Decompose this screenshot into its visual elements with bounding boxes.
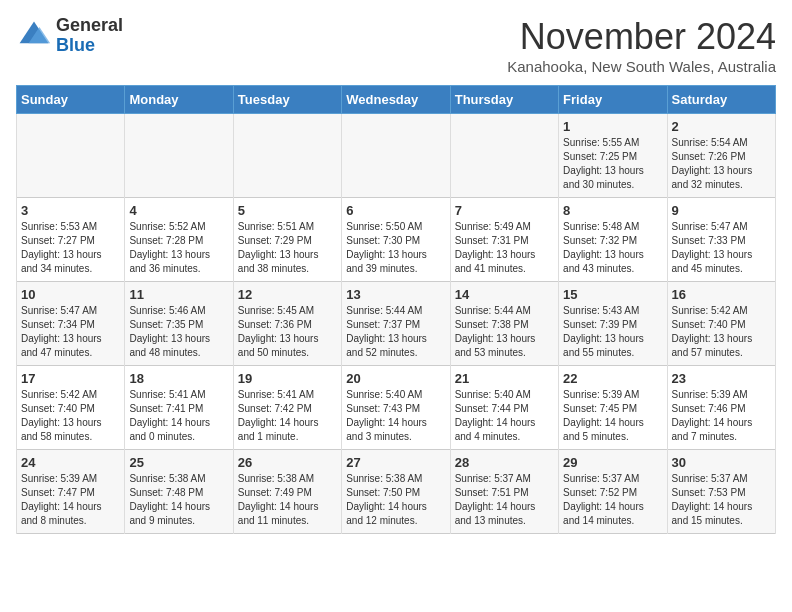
table-row: 26Sunrise: 5:38 AMSunset: 7:49 PMDayligh… [233, 450, 341, 534]
day-number: 17 [21, 371, 120, 386]
day-number: 15 [563, 287, 662, 302]
logo-text: General Blue [56, 16, 123, 56]
table-row [450, 114, 558, 198]
table-row: 14Sunrise: 5:44 AMSunset: 7:38 PMDayligh… [450, 282, 558, 366]
title-area: November 2024 Kanahooka, New South Wales… [507, 16, 776, 75]
calendar-body: 1Sunrise: 5:55 AMSunset: 7:25 PMDaylight… [17, 114, 776, 534]
header-area: General Blue November 2024 Kanahooka, Ne… [16, 16, 776, 75]
table-row: 29Sunrise: 5:37 AMSunset: 7:52 PMDayligh… [559, 450, 667, 534]
calendar-table: SundayMondayTuesdayWednesdayThursdayFrid… [16, 85, 776, 534]
day-number: 11 [129, 287, 228, 302]
day-number: 28 [455, 455, 554, 470]
day-info: Sunrise: 5:54 AMSunset: 7:26 PMDaylight:… [672, 136, 771, 192]
day-number: 14 [455, 287, 554, 302]
day-info: Sunrise: 5:37 AMSunset: 7:53 PMDaylight:… [672, 472, 771, 528]
day-info: Sunrise: 5:37 AMSunset: 7:52 PMDaylight:… [563, 472, 662, 528]
table-row: 18Sunrise: 5:41 AMSunset: 7:41 PMDayligh… [125, 366, 233, 450]
day-info: Sunrise: 5:44 AMSunset: 7:37 PMDaylight:… [346, 304, 445, 360]
table-row: 6Sunrise: 5:50 AMSunset: 7:30 PMDaylight… [342, 198, 450, 282]
day-number: 16 [672, 287, 771, 302]
table-row: 4Sunrise: 5:52 AMSunset: 7:28 PMDaylight… [125, 198, 233, 282]
week-row-1: 1Sunrise: 5:55 AMSunset: 7:25 PMDaylight… [17, 114, 776, 198]
week-row-5: 24Sunrise: 5:39 AMSunset: 7:47 PMDayligh… [17, 450, 776, 534]
table-row [17, 114, 125, 198]
table-row: 30Sunrise: 5:37 AMSunset: 7:53 PMDayligh… [667, 450, 775, 534]
week-row-2: 3Sunrise: 5:53 AMSunset: 7:27 PMDaylight… [17, 198, 776, 282]
day-number: 2 [672, 119, 771, 134]
table-row: 25Sunrise: 5:38 AMSunset: 7:48 PMDayligh… [125, 450, 233, 534]
day-info: Sunrise: 5:55 AMSunset: 7:25 PMDaylight:… [563, 136, 662, 192]
day-info: Sunrise: 5:53 AMSunset: 7:27 PMDaylight:… [21, 220, 120, 276]
table-row: 19Sunrise: 5:41 AMSunset: 7:42 PMDayligh… [233, 366, 341, 450]
day-number: 21 [455, 371, 554, 386]
weekday-header-tuesday: Tuesday [233, 86, 341, 114]
calendar-header: SundayMondayTuesdayWednesdayThursdayFrid… [17, 86, 776, 114]
day-number: 18 [129, 371, 228, 386]
table-row: 20Sunrise: 5:40 AMSunset: 7:43 PMDayligh… [342, 366, 450, 450]
table-row: 3Sunrise: 5:53 AMSunset: 7:27 PMDaylight… [17, 198, 125, 282]
day-number: 27 [346, 455, 445, 470]
table-row: 2Sunrise: 5:54 AMSunset: 7:26 PMDaylight… [667, 114, 775, 198]
table-row: 8Sunrise: 5:48 AMSunset: 7:32 PMDaylight… [559, 198, 667, 282]
table-row: 5Sunrise: 5:51 AMSunset: 7:29 PMDaylight… [233, 198, 341, 282]
table-row: 16Sunrise: 5:42 AMSunset: 7:40 PMDayligh… [667, 282, 775, 366]
day-number: 1 [563, 119, 662, 134]
day-info: Sunrise: 5:39 AMSunset: 7:45 PMDaylight:… [563, 388, 662, 444]
table-row: 10Sunrise: 5:47 AMSunset: 7:34 PMDayligh… [17, 282, 125, 366]
table-row [125, 114, 233, 198]
day-number: 30 [672, 455, 771, 470]
day-info: Sunrise: 5:43 AMSunset: 7:39 PMDaylight:… [563, 304, 662, 360]
day-number: 6 [346, 203, 445, 218]
day-number: 9 [672, 203, 771, 218]
logo: General Blue [16, 16, 123, 56]
table-row: 7Sunrise: 5:49 AMSunset: 7:31 PMDaylight… [450, 198, 558, 282]
table-row [233, 114, 341, 198]
weekday-header-monday: Monday [125, 86, 233, 114]
day-info: Sunrise: 5:48 AMSunset: 7:32 PMDaylight:… [563, 220, 662, 276]
day-number: 4 [129, 203, 228, 218]
day-info: Sunrise: 5:46 AMSunset: 7:35 PMDaylight:… [129, 304, 228, 360]
day-number: 22 [563, 371, 662, 386]
week-row-3: 10Sunrise: 5:47 AMSunset: 7:34 PMDayligh… [17, 282, 776, 366]
weekday-header-row: SundayMondayTuesdayWednesdayThursdayFrid… [17, 86, 776, 114]
location: Kanahooka, New South Wales, Australia [507, 58, 776, 75]
table-row: 12Sunrise: 5:45 AMSunset: 7:36 PMDayligh… [233, 282, 341, 366]
day-info: Sunrise: 5:38 AMSunset: 7:48 PMDaylight:… [129, 472, 228, 528]
table-row: 24Sunrise: 5:39 AMSunset: 7:47 PMDayligh… [17, 450, 125, 534]
table-row: 22Sunrise: 5:39 AMSunset: 7:45 PMDayligh… [559, 366, 667, 450]
day-info: Sunrise: 5:39 AMSunset: 7:46 PMDaylight:… [672, 388, 771, 444]
table-row: 1Sunrise: 5:55 AMSunset: 7:25 PMDaylight… [559, 114, 667, 198]
day-info: Sunrise: 5:50 AMSunset: 7:30 PMDaylight:… [346, 220, 445, 276]
day-number: 24 [21, 455, 120, 470]
table-row: 23Sunrise: 5:39 AMSunset: 7:46 PMDayligh… [667, 366, 775, 450]
day-number: 8 [563, 203, 662, 218]
table-row: 11Sunrise: 5:46 AMSunset: 7:35 PMDayligh… [125, 282, 233, 366]
day-info: Sunrise: 5:40 AMSunset: 7:43 PMDaylight:… [346, 388, 445, 444]
day-info: Sunrise: 5:42 AMSunset: 7:40 PMDaylight:… [21, 388, 120, 444]
day-info: Sunrise: 5:47 AMSunset: 7:33 PMDaylight:… [672, 220, 771, 276]
day-info: Sunrise: 5:38 AMSunset: 7:50 PMDaylight:… [346, 472, 445, 528]
week-row-4: 17Sunrise: 5:42 AMSunset: 7:40 PMDayligh… [17, 366, 776, 450]
table-row: 15Sunrise: 5:43 AMSunset: 7:39 PMDayligh… [559, 282, 667, 366]
day-number: 7 [455, 203, 554, 218]
table-row: 21Sunrise: 5:40 AMSunset: 7:44 PMDayligh… [450, 366, 558, 450]
day-number: 12 [238, 287, 337, 302]
day-number: 23 [672, 371, 771, 386]
day-number: 19 [238, 371, 337, 386]
day-number: 10 [21, 287, 120, 302]
weekday-header-saturday: Saturday [667, 86, 775, 114]
day-number: 20 [346, 371, 445, 386]
weekday-header-friday: Friday [559, 86, 667, 114]
day-number: 5 [238, 203, 337, 218]
month-title: November 2024 [507, 16, 776, 58]
day-info: Sunrise: 5:51 AMSunset: 7:29 PMDaylight:… [238, 220, 337, 276]
day-info: Sunrise: 5:49 AMSunset: 7:31 PMDaylight:… [455, 220, 554, 276]
day-info: Sunrise: 5:40 AMSunset: 7:44 PMDaylight:… [455, 388, 554, 444]
weekday-header-sunday: Sunday [17, 86, 125, 114]
day-info: Sunrise: 5:37 AMSunset: 7:51 PMDaylight:… [455, 472, 554, 528]
day-number: 26 [238, 455, 337, 470]
weekday-header-thursday: Thursday [450, 86, 558, 114]
weekday-header-wednesday: Wednesday [342, 86, 450, 114]
table-row: 27Sunrise: 5:38 AMSunset: 7:50 PMDayligh… [342, 450, 450, 534]
day-number: 3 [21, 203, 120, 218]
